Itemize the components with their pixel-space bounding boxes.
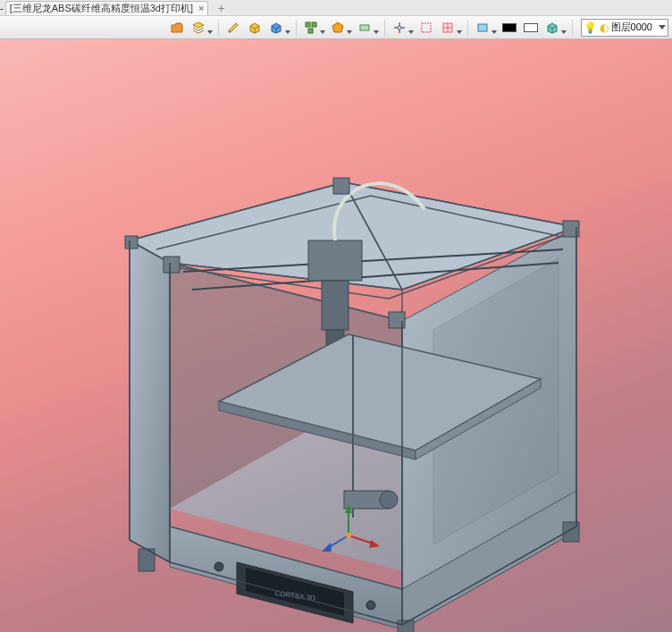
grid-icon[interactable] bbox=[438, 19, 463, 37]
svg-rect-7 bbox=[422, 23, 431, 32]
svg-rect-2 bbox=[308, 29, 313, 33]
add-tab-button[interactable]: + bbox=[214, 1, 228, 15]
svg-point-6 bbox=[398, 26, 401, 29]
plane-icon[interactable] bbox=[355, 19, 380, 37]
lightbulb-icon: 💡 bbox=[584, 21, 597, 34]
tab-prefix: - bbox=[0, 3, 4, 13]
sun-icon: ◐ bbox=[600, 21, 609, 34]
layer-selector[interactable]: 💡 ◐ 图层0000 bbox=[581, 19, 668, 37]
separator bbox=[218, 20, 219, 36]
svg-rect-11 bbox=[478, 24, 487, 31]
polygon-icon[interactable] bbox=[328, 19, 353, 37]
model-3d-printer: CORTEX 3D bbox=[121, 133, 585, 632]
assembly-icon[interactable] bbox=[301, 19, 326, 37]
svg-point-59 bbox=[346, 533, 351, 538]
select-icon[interactable] bbox=[416, 19, 436, 37]
folder-open-icon[interactable] bbox=[167, 19, 187, 37]
tab-bar: - [三维尼龙ABS碳纤维高精度恒温3d打印机] × + bbox=[0, 0, 672, 16]
separator bbox=[467, 20, 468, 36]
toolbar: 💡 ◐ 图层0000 bbox=[0, 16, 672, 39]
viewport-3d[interactable]: CORTEX 3D bbox=[0, 39, 672, 632]
svg-rect-1 bbox=[312, 22, 316, 27]
separator bbox=[572, 20, 573, 36]
svg-marker-15 bbox=[130, 240, 170, 562]
layer-name: 图层0000 bbox=[611, 21, 654, 34]
svg-rect-32 bbox=[308, 240, 362, 281]
document-tab[interactable]: [三维尼龙ABS碳纤维高精度恒温3d打印机] × bbox=[5, 1, 209, 15]
svg-rect-33 bbox=[322, 281, 349, 330]
svg-rect-35 bbox=[164, 257, 180, 273]
separator bbox=[384, 20, 385, 36]
fill-white-icon[interactable] bbox=[521, 19, 541, 37]
svg-rect-39 bbox=[125, 236, 138, 249]
box-yellow-icon[interactable] bbox=[245, 19, 265, 37]
pencil-icon[interactable] bbox=[223, 19, 243, 37]
svg-rect-0 bbox=[306, 22, 310, 27]
layers-stack-icon[interactable] bbox=[189, 19, 214, 37]
axis-icon[interactable] bbox=[390, 19, 415, 37]
svg-point-49 bbox=[366, 601, 375, 610]
fill-black-icon[interactable] bbox=[500, 19, 519, 37]
svg-rect-38 bbox=[333, 178, 349, 194]
chevron-down-icon bbox=[659, 25, 666, 29]
box-blue-icon[interactable] bbox=[266, 19, 291, 37]
svg-rect-3 bbox=[360, 25, 369, 30]
separator bbox=[296, 20, 297, 36]
svg-point-48 bbox=[214, 562, 223, 571]
close-tab-icon[interactable]: × bbox=[198, 3, 204, 13]
svg-point-45 bbox=[380, 491, 398, 509]
tab-title: [三维尼龙ABS碳纤维高精度恒温3d打印机] bbox=[10, 2, 193, 15]
box-teal-icon[interactable] bbox=[542, 19, 567, 37]
view-icon[interactable] bbox=[473, 19, 498, 37]
